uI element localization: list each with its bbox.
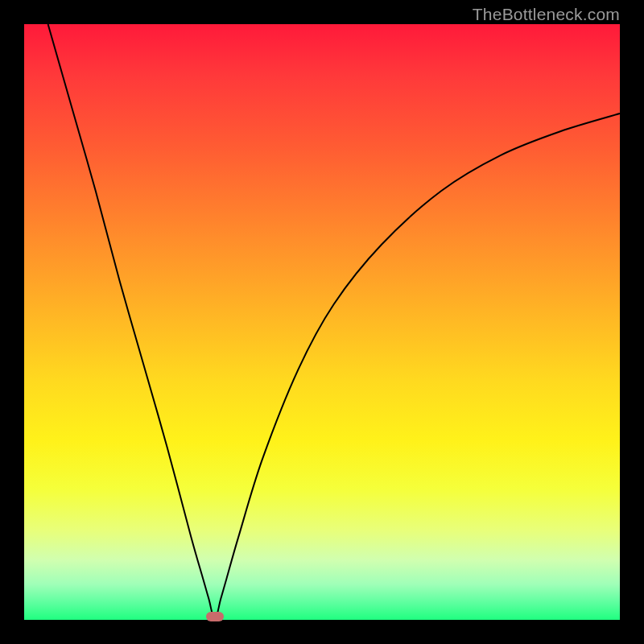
curve-svg-layer <box>24 24 620 620</box>
bottleneck-curve <box>48 24 620 620</box>
chart-frame: TheBottleneck.com <box>0 0 644 644</box>
watermark-text: TheBottleneck.com <box>473 5 620 24</box>
vertex-marker <box>206 612 224 621</box>
